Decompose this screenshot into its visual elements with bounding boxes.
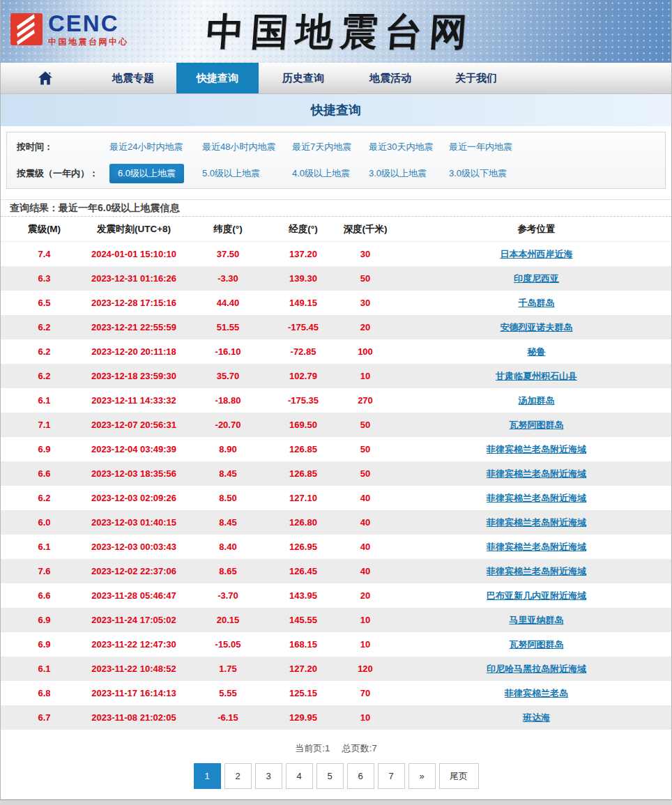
query-result-summary: 查询结果：最近一年6.0级以上地震信息 bbox=[1, 199, 671, 217]
longitude-cell: 126.95 bbox=[276, 535, 330, 559]
depth-cell: 10 bbox=[330, 364, 400, 388]
longitude-cell: 169.50 bbox=[276, 413, 330, 437]
magnitude-cell: 7.4 bbox=[1, 242, 88, 267]
location-link[interactable]: 菲律宾棉兰老岛附近海域 bbox=[487, 542, 586, 552]
location-link[interactable]: 日本本州西岸近海 bbox=[501, 249, 573, 259]
longitude-cell: 126.45 bbox=[276, 559, 330, 583]
table-row: 6.8 2023-11-17 16:14:13 5.55 125.15 70 菲… bbox=[1, 681, 672, 705]
longitude-cell: 149.15 bbox=[276, 291, 330, 315]
location-link[interactable]: 汤加群岛 bbox=[519, 395, 555, 406]
depth-cell: 20 bbox=[330, 315, 400, 339]
nav-item-history-query[interactable]: 历史查询 bbox=[259, 63, 348, 93]
nav-item-home[interactable] bbox=[1, 63, 90, 93]
location-link[interactable]: 菲律宾棉兰老岛附近海域 bbox=[487, 566, 586, 576]
location-link[interactable]: 甘肃临夏州积石山县 bbox=[496, 371, 577, 381]
table-row: 6.2 2023-12-21 22:55:59 51.55 -175.45 20… bbox=[1, 315, 672, 339]
nav-item-seismic-activity[interactable]: 地震活动 bbox=[348, 63, 433, 93]
time-cell: 2023-11-24 17:05:02 bbox=[88, 608, 180, 632]
last-page-button[interactable]: 尾页 bbox=[439, 763, 479, 789]
latitude-cell: 8.50 bbox=[180, 486, 276, 510]
next-page-button[interactable]: » bbox=[408, 763, 436, 789]
time-cell: 2023-12-04 03:49:39 bbox=[88, 437, 180, 461]
page-button-1[interactable]: 1 bbox=[194, 763, 221, 789]
location-link[interactable]: 秘鲁 bbox=[528, 346, 546, 357]
location-link[interactable]: 菲律宾棉兰老岛附近海域 bbox=[487, 444, 586, 454]
time-filter-48h[interactable]: 最近48小时内地震 bbox=[202, 141, 275, 152]
latitude-cell: -20.70 bbox=[180, 413, 276, 437]
time-filter-30d[interactable]: 最近30天内地震 bbox=[369, 141, 433, 152]
magnitude-cell: 7.1 bbox=[1, 413, 88, 437]
depth-cell: 120 bbox=[330, 657, 400, 681]
location-link[interactable]: 巴布亚新几内亚附近海域 bbox=[487, 590, 586, 601]
time-cell: 2023-12-07 20:56:31 bbox=[88, 413, 180, 437]
time-filter-24h[interactable]: 最近24小时内地震 bbox=[109, 141, 183, 152]
longitude-cell: 137.20 bbox=[276, 242, 330, 267]
page-button-6[interactable]: 6 bbox=[347, 763, 374, 789]
time-cell: 2023-12-31 01:16:26 bbox=[88, 266, 180, 291]
table-row: 6.5 2023-12-28 17:15:16 44.40 149.15 30 … bbox=[1, 291, 672, 315]
page-button-7[interactable]: 7 bbox=[378, 763, 405, 789]
latitude-cell: 8.90 bbox=[180, 437, 276, 461]
location-link[interactable]: 安德烈亚诺夫群岛 bbox=[501, 322, 573, 332]
col-header-depth: 深度(千米) bbox=[330, 217, 400, 242]
time-filter-row: 按时间： 最近24小时内地震 最近48小时内地震 最近7天内地震 最近30天内地… bbox=[7, 134, 665, 160]
page-button-5[interactable]: 5 bbox=[316, 763, 344, 789]
total-pages-label: 总页数:7 bbox=[342, 743, 377, 753]
location-link[interactable]: 菲律宾棉兰老岛附近海域 bbox=[487, 517, 586, 528]
longitude-cell: 127.20 bbox=[276, 657, 330, 681]
magnitude-cell: 6.1 bbox=[1, 388, 88, 413]
depth-cell: 40 bbox=[330, 535, 400, 559]
longitude-cell: 145.55 bbox=[276, 608, 330, 632]
magnitude-cell: 6.1 bbox=[1, 535, 88, 559]
page-title-band: 快捷查询 bbox=[1, 94, 671, 126]
depth-cell: 100 bbox=[330, 339, 400, 364]
longitude-cell: -175.45 bbox=[276, 315, 330, 339]
table-row: 6.9 2023-12-04 03:49:39 8.90 126.85 50 菲… bbox=[1, 437, 672, 461]
magnitude-cell: 6.5 bbox=[1, 291, 88, 315]
location-link[interactable]: 菲律宾棉兰老岛 bbox=[505, 688, 568, 698]
location-link[interactable]: 千岛群岛 bbox=[519, 298, 555, 308]
latitude-cell: 8.45 bbox=[180, 461, 276, 486]
page-button-2[interactable]: 2 bbox=[224, 763, 252, 789]
magnitude-filter-below3[interactable]: 3.0级以下地震 bbox=[449, 168, 507, 178]
table-row: 6.2 2023-12-20 20:11:18 -16.10 -72.85 10… bbox=[1, 339, 672, 364]
location-link[interactable]: 班达海 bbox=[523, 712, 550, 723]
location-link[interactable]: 菲律宾棉兰老岛附近海域 bbox=[487, 468, 586, 479]
page-info: 当前页:1 总页数:7 bbox=[1, 742, 671, 755]
depth-cell: 30 bbox=[330, 242, 400, 267]
location-link[interactable]: 瓦努阿图群岛 bbox=[510, 420, 564, 430]
nav-item-quick-query[interactable]: 快捷查询 bbox=[176, 63, 259, 93]
magnitude-filter-4plus[interactable]: 4.0级以上地震 bbox=[292, 168, 350, 178]
cenc-logo[interactable]: CENC 中国地震台网中心 bbox=[10, 12, 129, 46]
location-link[interactable]: 菲律宾棉兰老岛附近海域 bbox=[487, 493, 586, 503]
nav-item-about-us[interactable]: 关于我们 bbox=[433, 63, 519, 93]
location-link[interactable]: 印尼哈马黑拉岛附近海域 bbox=[487, 664, 586, 674]
table-row: 6.3 2023-12-31 01:16:26 -3.30 139.30 50 … bbox=[1, 266, 672, 291]
magnitude-cell: 6.2 bbox=[1, 315, 88, 339]
depth-cell: 20 bbox=[330, 583, 400, 608]
time-cell: 2023-11-22 10:48:52 bbox=[88, 657, 180, 681]
page-button-3[interactable]: 3 bbox=[255, 763, 282, 789]
table-row: 7.4 2024-01-01 15:10:10 37.50 137.20 30 … bbox=[1, 242, 672, 267]
time-filter-1y[interactable]: 最近一年内地震 bbox=[449, 141, 512, 152]
table-row: 7.1 2023-12-07 20:56:31 -20.70 169.50 50… bbox=[1, 413, 672, 437]
location-link[interactable]: 马里亚纳群岛 bbox=[510, 615, 564, 625]
longitude-cell: 126.85 bbox=[276, 461, 330, 486]
page-button-4[interactable]: 4 bbox=[286, 763, 313, 789]
location-link[interactable]: 瓦努阿图群岛 bbox=[510, 639, 564, 650]
magnitude-filter-3plus[interactable]: 3.0级以上地震 bbox=[369, 168, 427, 178]
time-cell: 2023-11-08 21:02:05 bbox=[88, 705, 180, 730]
latitude-cell: 44.40 bbox=[180, 291, 276, 315]
time-filter-7d[interactable]: 最近7天内地震 bbox=[292, 141, 351, 152]
time-cell: 2023-11-17 16:14:13 bbox=[88, 681, 180, 705]
magnitude-cell: 6.9 bbox=[1, 608, 88, 632]
time-cell: 2023-12-18 23:59:30 bbox=[88, 364, 180, 388]
main-nav: 地震专题 快捷查询 历史查询 地震活动 关于我们 bbox=[1, 63, 671, 94]
nav-item-special-topics[interactable]: 地震专题 bbox=[90, 63, 176, 93]
magnitude-filter-5plus[interactable]: 5.0级以上地震 bbox=[202, 168, 260, 178]
brand-subtitle: 中国地震台网中心 bbox=[48, 38, 129, 46]
time-cell: 2023-12-03 00:03:43 bbox=[88, 535, 180, 559]
location-link[interactable]: 印度尼西亚 bbox=[514, 273, 559, 284]
latitude-cell: 5.55 bbox=[180, 681, 276, 705]
magnitude-filter-6plus[interactable]: 6.0级以上地震 bbox=[109, 164, 184, 183]
